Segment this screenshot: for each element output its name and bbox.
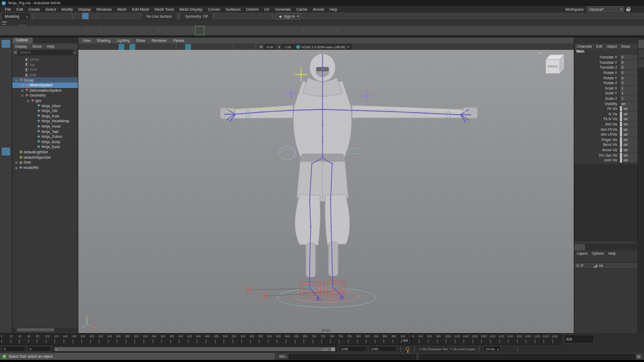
attribute-row[interactable]: Rotate Y 0 [574,75,638,80]
menu-item[interactable]: Mesh [114,7,129,12]
select-tool[interactable] [2,40,10,48]
symmetry-field[interactable]: Symmetry: Off [181,13,211,19]
layout-outliner-persp-button[interactable] [2,147,10,156]
outliner-tree-item[interactable]: ❖ Ninja_Tabi [12,129,78,134]
attribute-value[interactable]: 0 [619,70,638,75]
step-forward-frame-button[interactable] [632,335,637,343]
smooth-icon[interactable] [234,26,243,35]
attribute-row[interactable]: Joint Vis on [574,158,638,163]
attribute-row[interactable]: Rotate Z 0 [574,80,638,86]
snap-to-projected-center-icon[interactable] [121,13,128,19]
command-line-language-label[interactable]: MEL [279,354,287,358]
channel-box-menu-item[interactable]: Channels [577,45,592,48]
outliner-tree-item[interactable]: ⊞ ✥ DeformationSystem [12,88,78,93]
delete-edge-icon[interactable] [398,26,407,35]
expander-icon[interactable]: ⊟ [26,99,30,102]
outliner-tree-item[interactable]: ❖ Ninja_Ubon [12,103,78,108]
outliner-tree-item[interactable]: ⊟ ✥ Group [12,77,78,83]
attribute-row[interactable]: Translate X 0 [574,55,638,60]
render-settings-icon[interactable] [238,13,245,19]
command-result-field[interactable] [419,354,635,359]
playback-end-field[interactable] [339,346,367,352]
playback-start-field[interactable] [27,346,51,352]
sculpt-mesh-icon[interactable] [205,26,214,35]
close-button[interactable] [630,0,644,6]
outliner-menu-item[interactable]: Show [32,45,41,48]
merge-vertices-icon[interactable] [369,26,378,35]
go-to-end-button[interactable] [638,335,643,343]
motion-blur-icon[interactable] [224,44,230,50]
shaded-icon[interactable] [185,44,191,50]
expander-icon[interactable]: ⊞ [14,166,18,169]
lights-icon[interactable] [204,44,210,50]
wireframe-icon[interactable] [179,44,185,50]
view-cube[interactable]: FRONT ⌂ [543,52,566,75]
step-forward-key-button[interactable] [626,335,631,343]
menu-item[interactable]: Deform [244,7,262,12]
attribute-row[interactable]: Drv Sys Vis on [574,152,638,158]
attribute-row[interactable]: Bend Vis on [574,142,638,147]
attribute-row[interactable]: Finger Vis on [574,137,638,143]
attribute-row[interactable]: Translate Y 0 [574,60,638,65]
play-forwards-button[interactable] [620,335,625,343]
attribute-value[interactable]: on [619,112,638,116]
current-frame-marker[interactable]: 919 [411,334,412,345]
channel-box-menu-item[interactable]: Show [621,45,630,48]
menu-item[interactable]: Select [43,7,59,12]
menu-item[interactable]: Arnold [310,7,327,12]
layer-editor-menu-item[interactable]: Help [609,252,616,255]
menu-item[interactable]: Surfaces [223,7,243,12]
menu-item[interactable]: Curves [205,7,223,12]
shelf-menu-icon[interactable] [2,21,6,25]
safe-title-icon[interactable] [168,44,174,50]
attribute-row[interactable]: Fk Ik Vis on [574,116,638,122]
delete-component-icon[interactable] [408,26,416,35]
bevel-icon[interactable] [273,26,281,35]
expander-icon[interactable]: ⊞ [14,160,18,164]
rotate-tool[interactable] [2,80,10,88]
attribute-value[interactable]: on [619,122,638,127]
sidebar-tab[interactable] [638,59,644,68]
outliner-tree-item[interactable]: ⊞ ✥ MotionSystem [12,83,78,88]
render-view-icon[interactable] [217,13,224,19]
film-gate-icon[interactable] [136,44,142,50]
combine-icon[interactable] [215,26,223,35]
menu-item[interactable]: Mesh Display [177,7,205,12]
ao-icon[interactable] [217,44,223,50]
menu-item[interactable]: Display [76,7,94,12]
display-layer-row[interactable]: V P Hi [574,262,638,269]
outliner-tree-item[interactable]: ◧ top [12,62,78,68]
timeline-ruler[interactable]: 0204060801001201401601802002202402602803… [0,333,561,345]
redo-icon[interactable] [64,13,70,19]
viewport-menu-item[interactable]: Renderer [151,39,166,42]
bridge-icon[interactable] [282,26,291,35]
animation-end-field[interactable] [369,346,397,352]
separate-icon[interactable] [224,26,233,35]
insert-edge-loop-icon[interactable] [316,26,325,35]
xray-icon[interactable] [241,44,247,50]
outliner-menu-item[interactable]: Display [15,45,27,48]
hypershade-icon[interactable] [245,13,252,19]
wedge-icon[interactable] [292,26,301,35]
quad-draw-icon[interactable] [195,26,204,35]
layer-editor-tab[interactable] [585,244,596,250]
open-scene-icon[interactable] [43,13,49,19]
poly-torus-icon[interactable] [55,26,64,35]
menu-item[interactable]: Create [26,7,43,12]
outliner-tree-item[interactable]: ❖ Ninja_HeadWrap [12,119,78,124]
script-editor-icon[interactable]: ▤ [637,354,641,359]
minimize-button[interactable] [602,0,616,6]
sign-in-button[interactable]: ☻ Sign In ▼ [276,13,301,19]
attribute-value[interactable]: on [619,127,638,132]
type-tool-icon[interactable] [123,26,131,35]
attribute-row[interactable]: Fk Vis on [574,106,638,112]
menu-item[interactable]: File [2,7,14,12]
select-object-icon[interactable] [82,13,89,19]
menu-item[interactable]: UV [261,7,272,12]
attribute-value[interactable]: 0 [619,65,638,70]
menu-item[interactable]: Windows [93,7,114,12]
menu-item[interactable]: Cache [294,7,310,12]
four-pane-layout-icon[interactable] [620,13,627,19]
lasso-select-tool[interactable] [2,50,10,58]
helix-icon[interactable] [113,26,122,35]
